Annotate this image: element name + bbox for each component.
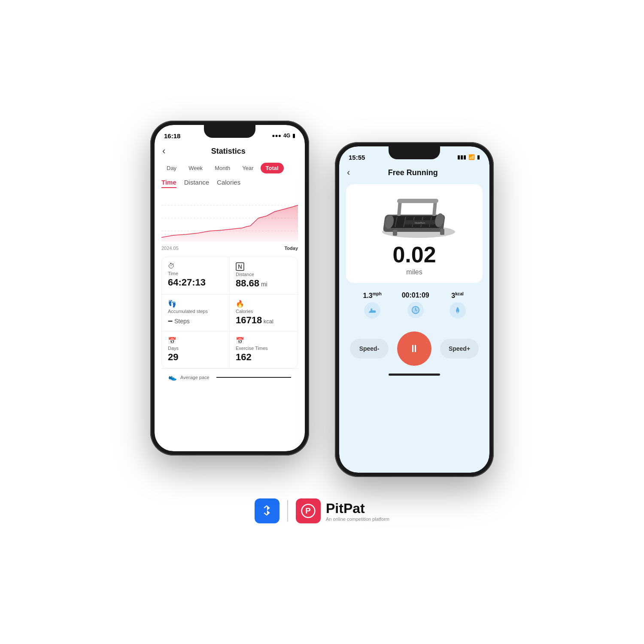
clock-icon [411,305,420,315]
bluetooth-icon [255,498,279,523]
bluetooth-svg [261,504,273,518]
filter-tab-week[interactable]: Week [183,163,208,173]
stats-grid: ⏱ Time 64:27:13 N Distance 88.68 mi [161,257,298,368]
calories-value: 3kcal [451,292,463,300]
bottom-stat: 👟 Average pace [161,368,298,386]
stat-label-calories: Calories [236,309,292,314]
filter-tab-day[interactable]: Day [161,163,182,173]
wifi-icon: 📶 [468,154,475,160]
pitpat-tagline: An online competition platform [326,516,389,522]
shoe-icon [368,306,377,315]
stat-cell-exercise-times: 📅 Exercise Times 162 [230,331,298,368]
speed-minus-button[interactable]: Speed- [350,339,389,358]
notch-left [204,125,255,138]
back-button-right[interactable]: ‹ [347,167,350,178]
screen-right: 15:55 ▮▮▮ 📶 ▮ ‹ Free Running [339,146,489,473]
speed-plus-button[interactable]: Speed+ [440,339,479,358]
chart-start-label: 2024.05 [161,246,179,251]
distance-value: 0.02 [392,242,436,267]
branding-row: P PitPat An online competition platform [255,498,389,523]
stat-value-distance: 88.68 mi [236,278,292,289]
stat-label-distance: Distance [236,272,292,277]
calories-icon: 🔥 [236,300,292,308]
page-container: 16:18 ●●● 4G ▮ ‹ Statistics Da [0,0,644,644]
pitpat-logo: P PitPat An online competition platform [296,498,389,523]
stat-label-days: Days [168,346,223,351]
status-time-left: 16:18 [164,132,180,140]
treadmill-svg: DeerRun [376,191,462,243]
battery-icon: ▮ [292,133,295,139]
flame-icon [453,306,462,315]
stat-value-calories: 16718 kcal [236,315,292,326]
notch-right [389,146,440,159]
metric-calories: 3kcal [450,292,466,319]
svg-text:DeerRun: DeerRun [415,222,425,224]
metrics-row: 1.3mph 00:01:09 [346,286,483,325]
signal-icon: ●●● [272,133,281,139]
metric-tab-distance[interactable]: Distance [184,179,209,188]
metric-tab-time[interactable]: Time [161,179,176,188]
branding-divider [287,500,288,522]
stat-cell-days: 📅 Days 29 [162,331,230,368]
phones-row: 16:18 ●●● 4G ▮ ‹ Statistics Da [150,121,494,477]
signal-bars-icon: ▮▮▮ [457,154,466,160]
stat-cell-calories: 🔥 Calories 16718 kcal [230,295,298,331]
pitpat-p-svg: P [301,504,316,518]
avg-pace-icon: 👟 [168,373,177,381]
days-icon: 📅 [168,337,223,345]
controls-row: Speed- ⏸ Speed+ [339,327,489,370]
nav-bar-right: ‹ Free Running [339,165,489,182]
home-indicator-right [389,374,440,376]
filter-tab-year[interactable]: Year [237,163,258,173]
nav-bar-left: ‹ Statistics [155,144,305,160]
pause-icon: ⏸ [409,343,419,355]
chart-area [161,192,298,244]
filter-tab-total[interactable]: Total [261,163,284,173]
svg-rect-16 [397,199,439,203]
chart-end-label: Today [284,246,298,251]
chart-svg [161,192,298,244]
pause-button[interactable]: ⏸ [397,331,431,366]
metric-tabs: Time Distance Calories [155,177,305,192]
stat-value-time: 64:27:13 [168,277,223,288]
stat-cell-distance: N Distance 88.68 mi [230,257,298,295]
metric-time: 00:01:09 [402,292,429,319]
avg-pace-bar [216,377,291,378]
exercise-times-icon: 📅 [236,337,292,345]
status-icons-left: ●●● 4G ▮ [272,133,295,139]
stat-value-exercise-times: 162 [236,352,292,363]
battery-icon-right: ▮ [477,154,480,160]
speed-value: 1.3mph [363,292,381,300]
pitpat-name: PitPat [326,501,389,516]
back-button-left[interactable]: ‹ [162,146,165,157]
stat-value-steps: – Steps [168,315,223,326]
metric-tab-calories[interactable]: Calories [217,179,240,188]
treadmill-card: DeerRun 0.02 miles [346,184,483,283]
phone-right: 15:55 ▮▮▮ 📶 ▮ ‹ Free Running [335,142,494,477]
metric-speed: 1.3mph [363,292,381,319]
steps-icon: 👣 [168,300,223,308]
stat-label-steps: Accumulated steps [168,309,223,314]
stat-label-time: Time [168,271,223,276]
distance-unit: miles [406,268,422,276]
page-title-left: Statistics [170,147,287,156]
calories-icon-circle [450,302,466,319]
status-time-right: 15:55 [349,154,365,161]
stat-label-exercise-times: Exercise Times [236,346,292,351]
stat-value-days: 29 [168,352,223,363]
filter-tab-month[interactable]: Month [210,163,235,173]
avg-pace-label: Average pace [180,375,210,380]
time-value: 00:01:09 [402,292,429,299]
chart-labels: 2024.05 Today [155,244,305,252]
time-icon-circle [407,302,424,318]
stat-cell-time: ⏱ Time 64:27:13 [162,257,230,295]
phone-left: 16:18 ●●● 4G ▮ ‹ Statistics Da [150,121,309,456]
distance-icon: N [236,262,244,271]
treadmill-image: DeerRun [376,191,453,238]
pitpat-text: PitPat An online competition platform [326,501,389,522]
svg-rect-20 [440,229,444,235]
svg-text:P: P [305,506,310,515]
svg-rect-19 [393,230,397,236]
status-icons-right: ▮▮▮ 📶 ▮ [457,154,480,160]
pitpat-icon: P [296,498,321,523]
